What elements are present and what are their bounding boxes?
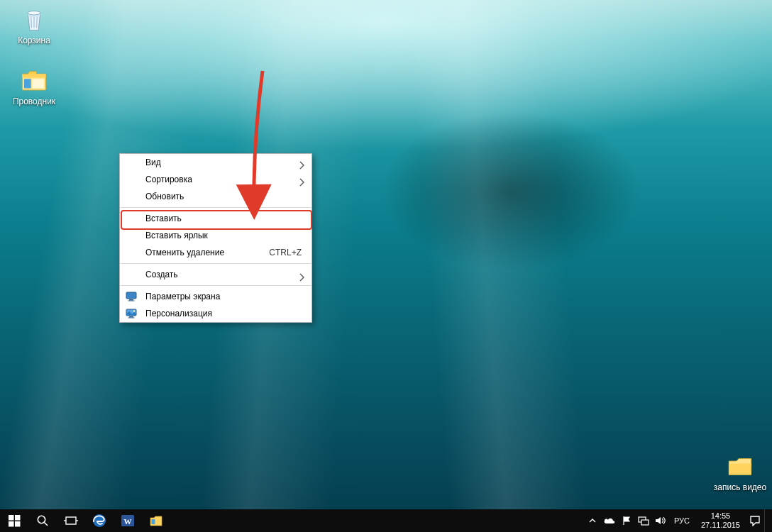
menu-item-label: Вид [145,157,161,167]
menu-item-undo-delete[interactable]: Отменить удаление CTRL+Z [120,244,311,261]
speaker-icon [655,516,666,526]
svg-point-16 [38,516,45,523]
svg-rect-6 [129,299,133,301]
tray-network[interactable] [636,509,651,532]
svg-rect-15 [15,521,21,527]
chevron-right-icon [299,270,304,287]
tray-action-center[interactable] [747,509,763,532]
file-explorer-icon [19,65,49,95]
cloud-icon [603,516,616,525]
desktop-icon-recycle-bin[interactable]: Корзина [7,4,61,45]
svg-rect-7 [128,301,135,301]
taskbar-app-word[interactable]: W [114,509,142,532]
menu-item-label: Обновить [145,192,184,201]
svg-rect-5 [126,292,136,299]
menu-item-sort[interactable]: Сортировка [120,171,311,188]
start-button[interactable] [0,509,28,532]
network-icon [638,516,649,526]
desktop-icon-label: Корзина [7,35,61,45]
monitor-icon [126,291,137,302]
menu-item-new[interactable]: Создать [120,266,311,283]
menu-separator [121,285,311,286]
chevron-up-icon [588,516,597,525]
menu-item-view[interactable]: Вид [120,154,311,171]
task-view-icon [64,515,78,526]
flag-icon [622,516,632,526]
file-explorer-icon [148,513,164,528]
windows-logo-icon [9,515,21,527]
svg-point-0 [28,11,40,15]
svg-rect-14 [9,521,14,527]
svg-rect-4 [32,79,44,88]
desktop-context-menu: Вид Сортировка Обновить Вставить Вставит… [119,153,312,323]
search-button[interactable] [28,509,57,532]
menu-shortcut: CTRL+Z [269,244,302,261]
svg-line-17 [45,523,48,526]
menu-separator [121,263,311,264]
svg-rect-13 [15,515,21,521]
menu-separator [121,207,311,208]
menu-item-paste[interactable]: Вставить [120,210,311,227]
tray-defender[interactable] [619,509,634,532]
menu-item-label: Сортировка [145,174,192,184]
svg-point-9 [133,310,135,311]
clock-time: 14:55 [701,511,740,521]
tray-language[interactable]: РУС [670,516,694,525]
svg-rect-10 [129,316,133,318]
menu-item-personalize[interactable]: Персонализация [120,305,311,322]
menu-item-display-settings[interactable]: Параметры экрана [120,288,311,305]
menu-item-label: Вставить ярлык [145,231,208,240]
word-icon: W [120,513,136,528]
notification-icon [749,515,761,526]
folder-icon [725,451,755,481]
show-desktop-button[interactable] [764,509,769,532]
tray-volume[interactable] [653,509,668,532]
tray-onedrive[interactable] [602,509,617,532]
tray-clock[interactable]: 14:55 27.11.2015 [695,511,746,530]
desktop-icon-label: запись видео [713,482,767,492]
desktop-icon-file-explorer[interactable]: Проводник [7,65,61,106]
edge-icon [92,513,107,528]
svg-rect-26 [641,520,649,525]
recycle-bin-icon [19,4,49,34]
personalize-icon [126,308,137,319]
taskbar-app-file-explorer[interactable] [142,509,170,532]
search-icon [36,514,49,527]
annotation-arrow [0,0,772,509]
menu-item-label: Создать [145,270,178,279]
menu-item-label: Персонализация [145,309,212,318]
desktop[interactable]: Корзина Проводник запись видео Вид [0,0,772,509]
svg-rect-18 [66,517,76,524]
svg-rect-3 [24,79,31,88]
taskbar-app-edge[interactable] [85,509,114,532]
task-view-button[interactable] [57,509,85,532]
language-label: РУС [674,516,690,525]
menu-item-label: Параметры экрана [145,292,220,301]
svg-text:W: W [124,517,132,526]
svg-rect-2 [22,74,45,77]
system-tray: РУС 14:55 27.11.2015 [585,509,772,532]
menu-item-label: Отменить удаление [145,248,224,257]
svg-rect-24 [152,519,155,524]
menu-item-label: Вставить [145,214,182,223]
menu-item-paste-shortcut[interactable]: Вставить ярлык [120,227,311,244]
tray-chevron-up[interactable] [585,509,600,532]
svg-rect-11 [128,318,135,318]
desktop-icon-label: Проводник [7,96,61,106]
clock-date: 27.11.2015 [701,521,740,530]
desktop-icon-video-folder[interactable]: запись видео [713,451,767,492]
taskbar: W [0,509,772,532]
svg-rect-12 [9,515,14,521]
menu-item-refresh[interactable]: Обновить [120,188,311,205]
